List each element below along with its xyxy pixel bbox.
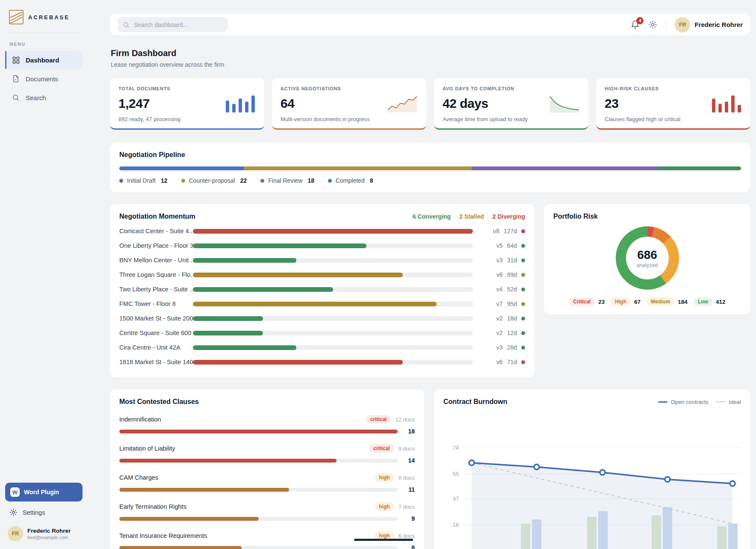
notifications-button[interactable]: 4 bbox=[631, 20, 640, 29]
days-label: 52d bbox=[507, 286, 517, 293]
user-name: Frederic Rohrer bbox=[27, 528, 71, 534]
svg-text:55: 55 bbox=[453, 471, 459, 477]
stage-label: Completed bbox=[336, 177, 365, 184]
momentum-bar-track bbox=[193, 229, 473, 234]
momentum-row[interactable]: 1818 Market St - Suite 1400v671d bbox=[119, 355, 525, 369]
search-icon bbox=[123, 21, 130, 28]
version-label: v6 bbox=[496, 271, 503, 278]
sidebar-item-dashboard[interactable]: Dashboard bbox=[5, 51, 83, 69]
docs-count: 7 docs bbox=[399, 504, 415, 510]
clause-row[interactable]: CAM Charges high8 docs 11 bbox=[119, 473, 415, 493]
momentum-bar-fill bbox=[193, 273, 403, 277]
clause-row[interactable]: Limitation of Liability critical9 docs 1… bbox=[119, 444, 415, 464]
clause-row[interactable]: Early Termination Rights high7 docs 9 bbox=[119, 502, 415, 522]
search-icon bbox=[12, 93, 21, 102]
pipeline-stacked-bar bbox=[119, 166, 741, 170]
momentum-row[interactable]: 1500 Market St - Suite 200v218d bbox=[119, 311, 525, 326]
legend-dot bbox=[328, 179, 332, 183]
momentum-bar-fill bbox=[193, 360, 403, 365]
docs-count: 6 docs bbox=[399, 533, 415, 539]
momentum-bar-track bbox=[193, 273, 473, 277]
severity-badge: critical bbox=[369, 444, 394, 453]
stat-label: AVG DAYS TO COMPLETION bbox=[443, 86, 580, 91]
document-icon bbox=[12, 74, 21, 83]
momentum-row[interactable]: Two Liberty Place - Suite ...v452d bbox=[119, 282, 525, 297]
sidebar-item-settings[interactable]: Settings bbox=[5, 502, 83, 521]
clause-count: 8 bbox=[404, 544, 415, 549]
momentum-summary: 6 Converging 2 Stalled 2 Diverging bbox=[413, 213, 525, 220]
property-name: Cira Centre - Unit 42A bbox=[119, 344, 193, 351]
svg-text:18: 18 bbox=[453, 522, 459, 528]
stage-value: 12 bbox=[161, 177, 168, 184]
momentum-row[interactable]: Three Logan Square - Flo...v689d bbox=[119, 267, 525, 282]
sidebar-item-documents[interactable]: Documents bbox=[5, 70, 83, 88]
docs-count: 12 docs bbox=[395, 416, 415, 423]
settings-gear-button[interactable] bbox=[648, 20, 657, 29]
avatar: FR bbox=[675, 17, 690, 33]
card-title: Negotiation Momentum bbox=[119, 213, 195, 220]
version-label: v7 bbox=[496, 300, 503, 307]
clause-count: 9 bbox=[404, 515, 415, 522]
sidebar-item-label: Search bbox=[26, 94, 46, 101]
days-label: 71d bbox=[507, 359, 517, 365]
sparkline-bar-chart bbox=[712, 95, 742, 113]
card-title: Negotiation Pipeline bbox=[119, 151, 741, 159]
sidebar-user-profile[interactable]: FR Frederic Rohrer fred@example.com bbox=[5, 521, 83, 542]
risk-legend-item: High67 bbox=[611, 297, 641, 306]
topbar-actions: 4 FR Frederic Rohrer bbox=[631, 17, 743, 33]
version-label: v2 bbox=[496, 329, 503, 336]
pipeline-legend-item: Completed8 bbox=[328, 177, 373, 184]
converging-count: 6 Converging bbox=[413, 213, 451, 220]
clause-count: 11 bbox=[404, 486, 415, 493]
momentum-bar-track bbox=[193, 258, 473, 263]
clause-row[interactable]: Indemnification critical12 docs 18 bbox=[119, 415, 415, 435]
momentum-bar-track bbox=[193, 331, 473, 335]
word-plugin-label: Word Plugin bbox=[24, 489, 59, 496]
status-dot bbox=[521, 360, 525, 364]
user-menu[interactable]: FR Frederic Rohrer bbox=[675, 17, 743, 33]
pipeline-legend: Initial Draft12 Counter-proposal22 Final… bbox=[119, 177, 741, 184]
stat-label: TOTAL DOCUMENTS bbox=[118, 86, 256, 91]
status-dot bbox=[521, 273, 525, 277]
stat-card-total-documents: TOTAL DOCUMENTS 1,247 892 ready, 47 proc… bbox=[110, 78, 264, 130]
sidebar-item-label: Documents bbox=[26, 75, 58, 83]
momentum-row[interactable]: BNY Mellon Center - Unit ...v331d bbox=[119, 253, 525, 267]
low-pill: Low bbox=[694, 297, 712, 306]
days-label: 12d bbox=[507, 329, 517, 336]
gear-icon bbox=[648, 20, 657, 29]
days-label: 127d bbox=[504, 228, 517, 234]
sidebar-footer: W Word Plugin Settings FR Frederic Rohre… bbox=[5, 483, 83, 542]
burndown-chart: 74553718 bbox=[443, 409, 741, 549]
momentum-row[interactable]: FMC Tower - Floor 8v795d bbox=[119, 297, 525, 311]
legend-ideal: Ideal bbox=[716, 399, 741, 405]
critical-pill: Critical bbox=[569, 297, 595, 306]
momentum-bar-track bbox=[193, 316, 473, 321]
svg-text:37: 37 bbox=[453, 496, 459, 502]
negotiation-momentum-card: Negotiation Momentum 6 Converging 2 Stal… bbox=[110, 204, 535, 378]
property-name: One Liberty Place - Floor 38 bbox=[119, 242, 193, 249]
high-value: 67 bbox=[634, 299, 641, 305]
critical-value: 23 bbox=[598, 299, 605, 305]
sidebar-item-search[interactable]: Search bbox=[5, 89, 83, 107]
status-dot bbox=[521, 229, 525, 233]
word-plugin-button[interactable]: W Word Plugin bbox=[5, 483, 83, 502]
indicator-bar-placeholder bbox=[5, 70, 6, 88]
solid-line-swatch bbox=[658, 401, 667, 403]
stat-label: HIGH-RISK CLAUSES bbox=[605, 86, 742, 91]
search-input[interactable] bbox=[133, 21, 223, 29]
version-label: v3 bbox=[496, 344, 503, 351]
momentum-row[interactable]: One Liberty Place - Floor 38v564d bbox=[119, 238, 525, 253]
legend-label: Open contracts bbox=[671, 399, 709, 405]
pipeline-legend-item: Final Review18 bbox=[260, 177, 314, 184]
momentum-row[interactable]: Cira Centre - Unit 42Av328d bbox=[119, 340, 525, 355]
momentum-row[interactable]: Centre Square - Suite 600v212d bbox=[119, 326, 525, 340]
search-box[interactable] bbox=[118, 17, 228, 32]
docs-count: 8 docs bbox=[399, 475, 415, 481]
momentum-bar-fill bbox=[193, 302, 437, 306]
momentum-row[interactable]: Comcast Center - Suite 4...v8127d bbox=[119, 224, 525, 238]
page-header: Firm Dashboard Lease negotiation overvie… bbox=[111, 48, 750, 68]
severity-badge: critical bbox=[366, 415, 391, 424]
momentum-bar-track bbox=[193, 360, 473, 365]
version-label: v5 bbox=[496, 242, 503, 249]
momentum-bar-fill bbox=[193, 345, 296, 350]
